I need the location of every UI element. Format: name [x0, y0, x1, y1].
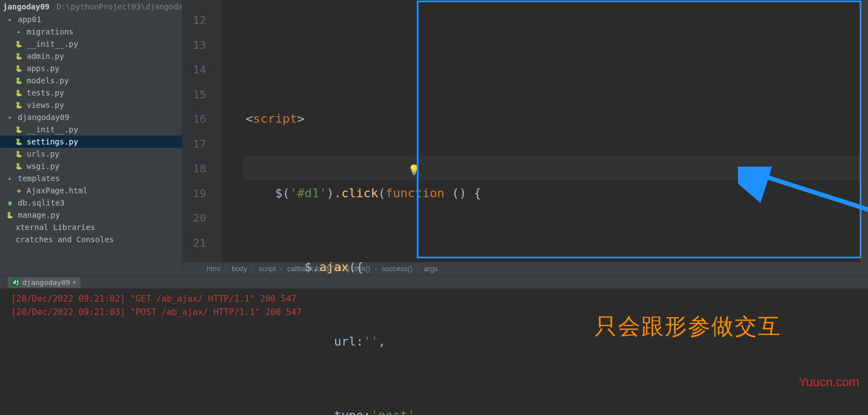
tree-item-tests-py[interactable]: 🐍tests.py	[0, 87, 182, 99]
python-file-icon: 🐍	[14, 64, 23, 73]
tree-item-label: app01	[18, 15, 41, 24]
line-gutter: 12131415161718192021	[182, 0, 221, 262]
breadcrumb-item[interactable]: html	[204, 262, 223, 276]
breadcrumb-separator-icon: ›	[223, 262, 230, 276]
line-number: 15	[182, 82, 221, 107]
python-file-icon: 🐍	[14, 101, 23, 109]
tree-item-label: djangoday09	[18, 113, 69, 122]
line-number: 13	[182, 33, 221, 58]
python-file-icon: 🐍	[14, 76, 23, 85]
tree-item-label: migrations	[27, 27, 73, 36]
line-number: 20	[182, 206, 221, 231]
tree-item-db-sqlite3[interactable]: ◉db.sqlite3	[0, 197, 182, 209]
folder-icon: ▸	[6, 113, 14, 122]
tree-item-label: templates	[18, 174, 60, 183]
blank-icon	[3, 235, 12, 244]
tree-item-label: manage.py	[18, 211, 60, 219]
tree-item-cratches-and-consoles[interactable]: cratches and Consoles	[0, 233, 182, 246]
fold-column	[221, 0, 243, 262]
tree-item-urls-py[interactable]: 🐍urls.py	[0, 148, 182, 160]
tree-item-djangoday09[interactable]: ▸djangoday09	[0, 111, 182, 123]
tree-item-label: views.py	[27, 101, 64, 109]
database-icon: ◉	[6, 198, 14, 207]
tree-item-label: __init__.py	[27, 39, 78, 48]
code-area[interactable]: <script> $('#d1').click(function () { $.…	[243, 0, 868, 262]
tree-item-migrations[interactable]: ▸migrations	[0, 26, 182, 38]
tree-item-models-py[interactable]: 🐍models.py	[0, 74, 182, 87]
tree-item-label: __init__.py	[27, 125, 78, 134]
tree-item-label: urls.py	[27, 149, 59, 158]
tree-item-label: apps.py	[27, 64, 59, 73]
tree-item-label: xternal Libraries	[16, 223, 95, 232]
tree-item-label: admin.py	[27, 52, 64, 61]
python-file-icon: 🐍	[14, 52, 23, 61]
tree-item-settings-py[interactable]: 🐍settings.py	[0, 136, 182, 148]
tree-item-label: db.sqlite3	[18, 198, 64, 207]
tree-item---init---py[interactable]: 🐍__init__.py	[0, 123, 182, 136]
project-path: D:\pythonProject03\djangoday09	[57, 2, 182, 11]
line-number: 16	[182, 107, 221, 132]
tree-item-xternal-libraries[interactable]: xternal Libraries	[0, 221, 182, 233]
code-editor[interactable]: 12131415161718192021 <script> $('#d1').c…	[182, 0, 868, 276]
annotation-text: 只会跟形参做交互	[595, 311, 781, 342]
project-header: jangoday09 D:\pythonProject03\djangoday0…	[0, 0, 182, 13]
html-file-icon: ◆	[14, 186, 23, 195]
python-file-icon: 🐍	[6, 211, 14, 219]
tree-item-app01[interactable]: ▸app01	[0, 13, 182, 26]
watermark-text: Yuucn.com	[799, 375, 859, 389]
run-tab-djangoday09[interactable]: dj djangoday09 ×	[8, 277, 81, 288]
tree-item-templates[interactable]: ▸templates	[0, 172, 182, 184]
project-name: jangoday09	[3, 2, 49, 11]
tree-item-views-py[interactable]: 🐍views.py	[0, 99, 182, 111]
line-number: 18	[182, 156, 221, 181]
tree-item---init---py[interactable]: 🐍__init__.py	[0, 38, 182, 50]
blank-icon	[3, 223, 12, 232]
python-file-icon: 🐍	[14, 162, 23, 171]
tree-item-label: tests.py	[27, 88, 64, 97]
line-number: 14	[182, 57, 221, 82]
tree-item-admin-py[interactable]: 🐍admin.py	[0, 50, 182, 62]
line-number: 21	[182, 231, 221, 256]
folder-icon: ▸	[14, 27, 23, 36]
tag-name: script	[253, 112, 297, 126]
tree-item-label: settings.py	[27, 137, 78, 146]
folder-icon: ▸	[6, 15, 14, 24]
tag-bracket: >	[297, 112, 305, 126]
folder-icon: ▸	[6, 174, 14, 183]
project-tree[interactable]: jangoday09 D:\pythonProject03\djangoday0…	[0, 0, 182, 276]
close-icon[interactable]: ×	[72, 278, 76, 286]
tree-item-apps-py[interactable]: 🐍apps.py	[0, 62, 182, 74]
tree-item-wsgi-py[interactable]: 🐍wsgi.py	[0, 160, 182, 172]
python-file-icon: 🐍	[14, 88, 23, 97]
python-file-icon: 🐍	[14, 125, 23, 134]
django-icon: dj	[12, 278, 20, 286]
tree-item-label: models.py	[27, 76, 69, 85]
tree-item-label: wsgi.py	[27, 162, 59, 171]
tree-item-ajaxpage-html[interactable]: ◆AjaxPage.html	[0, 184, 182, 197]
run-tab-label: djangoday09	[22, 278, 70, 287]
tree-item-label: AjaxPage.html	[27, 186, 88, 195]
tree-item-manage-py[interactable]: 🐍manage.py	[0, 209, 182, 221]
intention-bulb-icon[interactable]: 💡	[408, 164, 420, 176]
terminal-line: [20/Dec/2022 09:21:02] "GET /ab_ajax/ HT…	[11, 292, 857, 306]
line-number: 17	[182, 132, 221, 157]
python-file-icon: 🐍	[14, 137, 23, 146]
python-file-icon: 🐍	[14, 39, 23, 48]
tree-item-label: cratches and Consoles	[16, 235, 114, 244]
line-number: 19	[182, 181, 221, 206]
line-number: 12	[182, 8, 221, 33]
tag-bracket: <	[246, 112, 253, 126]
python-file-icon: 🐍	[14, 149, 23, 158]
